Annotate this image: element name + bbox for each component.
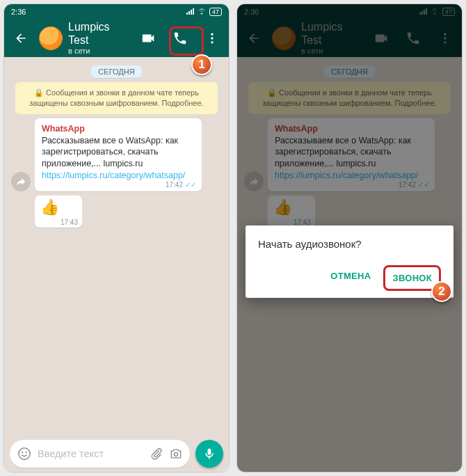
emoji-message[interactable]: 👍 17:43 [35, 196, 82, 228]
avatar[interactable] [39, 26, 63, 50]
svg-point-4 [22, 452, 23, 453]
read-ticks-icon: ✓✓ [185, 180, 196, 190]
svg-point-0 [211, 33, 213, 35]
dialog-title: Начать аудиозвонок? [258, 238, 441, 250]
encryption-banner[interactable]: 🔒 Сообщения и звонки в данном чате тепер… [15, 82, 218, 114]
emoji-time: 17:43 [61, 219, 78, 226]
call-dialog: Начать аудиозвонок? ОТМЕНА ЗВОНОК [246, 225, 453, 298]
svg-point-6 [174, 452, 177, 456]
chat-area[interactable]: СЕГОДНЯ 🔒 Сообщения и звонки в данном ча… [4, 57, 229, 472]
video-call-icon[interactable] [136, 26, 161, 51]
day-separator: СЕГОДНЯ [91, 65, 141, 78]
status-bar: 2:36 47 [4, 4, 229, 19]
svg-point-3 [19, 448, 31, 460]
thumbs-up-emoji: 👍 [40, 198, 59, 216]
message-time: 17:42 [166, 180, 183, 190]
step-2-badge: 2 [431, 281, 452, 302]
contact-header[interactable]: Lumpics Test в сети [68, 21, 130, 55]
more-icon[interactable] [200, 26, 225, 51]
contact-status: в сети [68, 47, 130, 56]
contact-name: Lumpics Test [68, 21, 130, 47]
status-time: 2:36 [11, 8, 26, 16]
voice-call-icon[interactable] [168, 26, 193, 51]
svg-point-2 [211, 41, 213, 43]
cancel-button[interactable]: ОТМЕНА [323, 265, 378, 291]
battery-level: 47 [209, 8, 222, 16]
incoming-message[interactable]: WhatsApp Рассказываем все о WatsApp: как… [11, 118, 222, 191]
input-bar: Введите текст [4, 436, 229, 472]
message-body: Рассказываем все о WatsApp: как зарегист… [42, 135, 195, 170]
camera-icon[interactable] [169, 447, 183, 461]
message-bubble: WhatsApp Рассказываем все о WatsApp: как… [35, 118, 202, 191]
phone-screenshot-1: 2:36 47 Lumpics Test в сети [3, 3, 230, 473]
svg-point-5 [26, 452, 27, 453]
svg-point-1 [211, 37, 213, 39]
message-input[interactable]: Введите текст [10, 440, 190, 468]
step-1-badge: 1 [191, 54, 212, 75]
app-bar: Lumpics Test в сети [4, 19, 229, 57]
attach-icon[interactable] [150, 447, 163, 461]
mic-button[interactable] [195, 440, 223, 468]
back-icon[interactable] [8, 26, 33, 51]
status-indicators: 47 [186, 8, 222, 16]
forward-icon[interactable] [11, 172, 31, 191]
message-sender: WhatsApp [42, 123, 195, 135]
emoji-icon[interactable] [17, 446, 32, 461]
input-placeholder: Введите текст [38, 448, 144, 459]
phone-screenshot-2: 2:36 47 Lumpics Test в сети СЕГО [236, 3, 463, 473]
